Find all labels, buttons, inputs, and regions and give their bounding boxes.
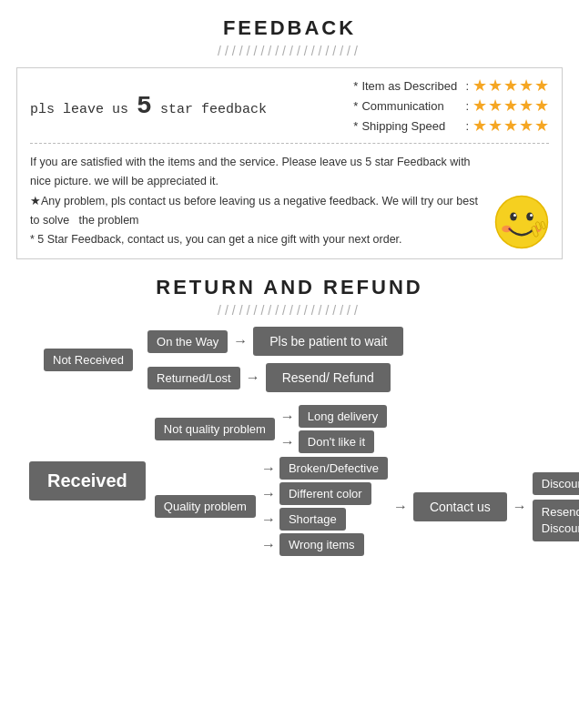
bullet-0: *	[353, 79, 358, 93]
received-branches: Not quality problem → Long delivery → Do…	[155, 405, 579, 556]
feedback-divider: ////////////////////	[0, 44, 579, 58]
arrow-icon: →	[261, 486, 276, 502]
on-the-way-box: On the Way	[147, 330, 228, 353]
arrow-icon: →	[261, 511, 276, 528]
colon-2: :	[465, 119, 469, 133]
colon-0: :	[465, 79, 469, 93]
feedback-left-text: pls leave us 5 star feedback	[30, 92, 267, 120]
not-received-box: Not Received	[44, 349, 133, 371]
star: ★	[472, 77, 487, 94]
label-communication: Communication	[361, 99, 462, 113]
arrow-icon: →	[280, 409, 295, 425]
star: ★	[534, 97, 549, 114]
star: ★	[534, 117, 549, 134]
emoji-face-icon	[494, 195, 549, 249]
arrow-icon: →	[246, 369, 260, 386]
arrow-icon: →	[261, 460, 276, 477]
nr-branch-2: Returned/Lost → Resend/ Refund	[147, 363, 403, 392]
bullet-2: *	[353, 119, 358, 133]
arrow-icon: →	[513, 499, 527, 515]
broken-row: → Broken/Defective	[261, 457, 388, 480]
discount-gifts-box: Discount/Gifts	[533, 472, 579, 495]
svg-point-4	[530, 214, 533, 217]
stars-2: ★ ★ ★ ★ ★	[472, 117, 549, 134]
not-quality-items: → Long delivery → Don't like it	[280, 405, 387, 453]
received-block: Received Not quality problem → Long deli…	[29, 405, 563, 556]
svg-point-2	[526, 213, 533, 221]
feedback-star-rows: * Item as Described : ★ ★ ★ ★ ★ * Commun…	[353, 77, 549, 134]
star: ★	[488, 117, 503, 134]
different-color-box: Different color	[279, 482, 371, 505]
label-shipping-speed: Shipping Speed	[361, 119, 462, 133]
feedback-box: pls leave us 5 star feedback * Item as D…	[16, 67, 563, 259]
feedback-title: FEEDBACK	[0, 16, 579, 40]
received-box: Received	[29, 461, 146, 500]
shortage-row: → Shortage	[261, 508, 388, 531]
feedback-body-text: If you are satisfied with the items and …	[30, 153, 485, 249]
not-quality-group: Not quality problem → Long delivery → Do…	[155, 405, 579, 453]
quality-items: → Broken/Defective → Different color → S…	[261, 457, 388, 556]
long-delivery-box: Long delivery	[299, 405, 387, 428]
return-divider: ////////////////////	[0, 303, 579, 318]
svg-point-0	[496, 197, 548, 248]
flowchart: Not Received On the Way → Pls be patient…	[16, 327, 563, 556]
resend-refund-discount-box: Resend/Refund/Discount	[533, 500, 579, 541]
star: ★	[488, 77, 503, 94]
stars-0: ★ ★ ★ ★ ★	[472, 77, 549, 94]
star: ★	[519, 117, 533, 134]
star: ★	[519, 97, 533, 114]
arrow-icon: →	[393, 499, 408, 515]
not-quality-box: Not quality problem	[155, 418, 275, 440]
arrow-icon: →	[280, 434, 295, 450]
feedback-post: star feedback	[160, 102, 267, 117]
wrong-items-box: Wrong items	[279, 533, 364, 556]
star: ★	[472, 97, 487, 114]
star: ★	[488, 97, 503, 114]
feedback-row-2: * Shipping Speed : ★ ★ ★ ★ ★	[353, 117, 549, 134]
star: ★	[503, 97, 518, 114]
label-item-described: Item as Described	[361, 79, 462, 93]
arrow-icon: →	[233, 333, 248, 349]
broken-defective-box: Broken/Defective	[279, 457, 388, 480]
feedback-row-0: * Item as Described : ★ ★ ★ ★ ★	[353, 77, 549, 94]
feedback-bottom: If you are satisfied with the items and …	[30, 153, 549, 249]
bullet-1: *	[353, 99, 358, 113]
resend-refund-box: Resend/ Refund	[266, 363, 391, 392]
star: ★	[519, 77, 533, 94]
dont-like-box: Don't like it	[299, 430, 374, 453]
quality-group: Quality problem → Broken/Defective → Dif…	[155, 457, 579, 556]
feedback-number: 5	[137, 92, 152, 120]
svg-point-5	[502, 226, 512, 233]
svg-point-1	[510, 213, 517, 221]
patient-wait-box: Pls be patient to wait	[253, 327, 403, 356]
star: ★	[472, 117, 487, 134]
star: ★	[503, 77, 518, 94]
shortage-box: Shortage	[279, 508, 346, 531]
quality-box: Quality problem	[155, 495, 256, 518]
contact-group: → Contact us → Discount/Gifts Resend/Ref…	[393, 472, 579, 541]
return-section: RETURN AND REFUND //////////////////// N…	[0, 276, 579, 556]
star: ★	[534, 77, 549, 94]
contact-us-box: Contact us	[413, 492, 507, 521]
dont-like-row: → Don't like it	[280, 430, 387, 453]
long-delivery-row: → Long delivery	[280, 405, 387, 428]
star: ★	[503, 117, 518, 134]
feedback-top: pls leave us 5 star feedback * Item as D…	[30, 77, 549, 144]
nr-branch-1: On the Way → Pls be patient to wait	[147, 327, 403, 356]
feedback-pre: pls leave us	[30, 102, 128, 117]
feedback-row-1: * Communication : ★ ★ ★ ★ ★	[353, 97, 549, 114]
diff-color-row: → Different color	[261, 482, 388, 505]
stars-1: ★ ★ ★ ★ ★	[472, 97, 549, 114]
return-title: RETURN AND REFUND	[0, 276, 579, 299]
feedback-section: FEEDBACK //////////////////// pls leave …	[0, 16, 579, 259]
not-received-branches: On the Way → Pls be patient to wait Retu…	[147, 327, 403, 392]
svg-point-3	[513, 214, 516, 217]
wrong-items-row: → Wrong items	[261, 533, 388, 556]
returned-lost-box: Returned/Lost	[147, 367, 240, 389]
not-received-block: Not Received On the Way → Pls be patient…	[44, 327, 563, 392]
colon-1: :	[465, 99, 469, 113]
outcomes: Discount/Gifts Resend/Refund/Discount	[533, 472, 579, 541]
arrow-icon: →	[261, 537, 276, 553]
